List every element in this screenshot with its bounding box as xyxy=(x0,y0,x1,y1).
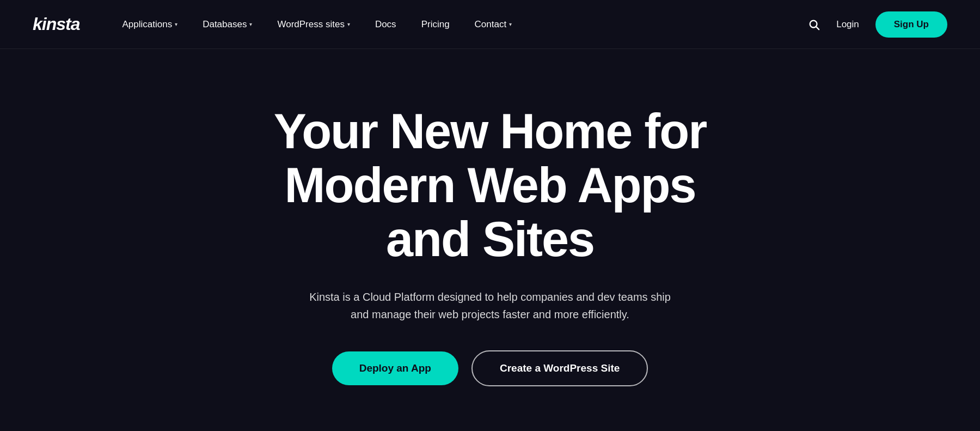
svg-line-1 xyxy=(816,27,819,29)
hero-buttons: Deploy an App Create a WordPress Site xyxy=(332,350,648,386)
search-button[interactable] xyxy=(808,19,820,31)
nav-item-wordpress-sites[interactable]: WordPress sites ▾ xyxy=(267,14,359,35)
nav-label-wordpress-sites: WordPress sites xyxy=(277,19,344,30)
logo[interactable]: kinsta xyxy=(33,14,79,34)
nav-label-contact: Contact xyxy=(475,19,507,30)
chevron-down-icon: ▾ xyxy=(347,21,350,27)
create-wordpress-button[interactable]: Create a WordPress Site xyxy=(471,350,648,386)
nav-right: Login Sign Up xyxy=(808,11,947,38)
nav-links: Applications ▾ Databases ▾ WordPress sit… xyxy=(112,14,808,35)
nav-item-contact[interactable]: Contact ▾ xyxy=(465,14,522,35)
signup-button[interactable]: Sign Up xyxy=(875,11,947,38)
hero-section: Your New Home for Modern Web Apps and Si… xyxy=(0,49,980,430)
chevron-down-icon: ▾ xyxy=(249,21,252,27)
navbar: kinsta Applications ▾ Databases ▾ WordPr… xyxy=(0,0,980,49)
nav-label-docs: Docs xyxy=(375,19,396,30)
nav-item-docs[interactable]: Docs xyxy=(365,14,406,35)
nav-item-pricing[interactable]: Pricing xyxy=(412,14,460,35)
hero-title: Your New Home for Modern Web Apps and Si… xyxy=(245,105,735,266)
nav-label-databases: Databases xyxy=(203,19,247,30)
nav-label-pricing: Pricing xyxy=(421,19,450,30)
nav-label-applications: Applications xyxy=(122,19,172,30)
nav-item-databases[interactable]: Databases ▾ xyxy=(193,14,262,35)
deploy-app-button[interactable]: Deploy an App xyxy=(332,351,458,385)
search-icon xyxy=(808,19,820,31)
chevron-down-icon: ▾ xyxy=(175,21,177,27)
chevron-down-icon: ▾ xyxy=(509,21,512,27)
login-button[interactable]: Login xyxy=(836,19,859,30)
nav-item-applications[interactable]: Applications ▾ xyxy=(112,14,187,35)
hero-subtitle: Kinsta is a Cloud Platform designed to h… xyxy=(305,288,675,323)
